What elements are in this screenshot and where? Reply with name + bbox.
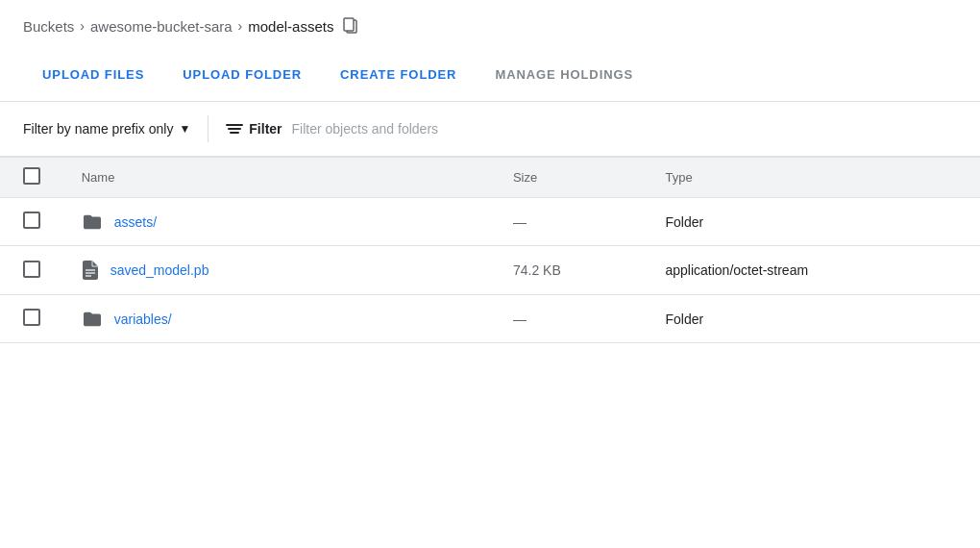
copy-path-icon[interactable] <box>343 17 358 35</box>
folder-icon <box>82 311 103 328</box>
breadcrumb-bucket-name[interactable]: awesome-bucket-sara <box>90 18 233 35</box>
svg-rect-1 <box>344 18 354 31</box>
file-icon <box>82 260 99 281</box>
row-name-0: assets/ <box>66 198 498 246</box>
filter-row: Filter by name prefix only ▼ Filter Filt… <box>0 102 980 158</box>
select-all-checkbox[interactable] <box>23 167 40 185</box>
row-check-0 <box>0 198 66 246</box>
row-checkbox-1[interactable] <box>23 261 40 278</box>
filter-dropdown-label: Filter by name prefix only <box>23 121 173 137</box>
row-checkbox-0[interactable] <box>23 212 40 229</box>
objects-table: Name Size Type assets/—Folder saved_mode… <box>0 158 980 343</box>
row-check-1 <box>0 246 66 295</box>
row-size-2: — <box>498 295 650 343</box>
breadcrumb: Buckets › awesome-bucket-sara › model-as… <box>0 0 980 48</box>
table-header-name: Name <box>66 158 498 198</box>
filter-icon <box>226 124 243 134</box>
upload-folder-button[interactable]: UPLOAD FOLDER <box>163 58 321 91</box>
filter-dropdown-chevron: ▼ <box>179 122 190 136</box>
row-checkbox-2[interactable] <box>23 309 40 326</box>
breadcrumb-chevron-2: › <box>238 18 243 34</box>
create-folder-button[interactable]: CREATE FOLDER <box>321 58 476 91</box>
row-type-2: Folder <box>649 295 980 343</box>
row-type-1: application/octet-stream <box>649 246 980 295</box>
table-header-size: Size <box>498 158 650 198</box>
row-name-link-1[interactable]: saved_model.pb <box>110 262 209 278</box>
breadcrumb-current: model-assets <box>248 18 333 35</box>
row-name-2: variables/ <box>66 295 498 343</box>
row-type-0: Folder <box>649 198 980 246</box>
folder-icon <box>82 213 103 231</box>
upload-files-button[interactable]: UPLOAD FILES <box>23 58 163 91</box>
breadcrumb-buckets[interactable]: Buckets <box>23 18 74 35</box>
table-header-check <box>0 158 66 198</box>
manage-holdings-button[interactable]: MANAGE HOLDINGS <box>476 58 652 91</box>
table-row: assets/—Folder <box>0 198 980 246</box>
row-size-0: — <box>498 198 650 246</box>
row-name-link-2[interactable]: variables/ <box>114 311 172 327</box>
filter-button[interactable]: Filter <box>226 121 282 137</box>
filter-dropdown[interactable]: Filter by name prefix only ▼ <box>23 115 190 142</box>
filter-label: Filter <box>249 121 282 137</box>
table-header-type: Type <box>649 158 980 198</box>
row-size-1: 74.2 KB <box>498 246 650 295</box>
table-row: variables/—Folder <box>0 295 980 343</box>
row-name-link-0[interactable]: assets/ <box>114 214 157 230</box>
action-toolbar: UPLOAD FILES UPLOAD FOLDER CREATE FOLDER… <box>0 48 980 102</box>
breadcrumb-chevron-1: › <box>80 18 85 34</box>
filter-divider <box>208 115 208 142</box>
row-check-2 <box>0 295 66 343</box>
table-row: saved_model.pb74.2 KBapplication/octet-s… <box>0 246 980 295</box>
filter-search-placeholder[interactable]: Filter objects and folders <box>292 121 439 137</box>
row-name-1: saved_model.pb <box>66 246 498 295</box>
